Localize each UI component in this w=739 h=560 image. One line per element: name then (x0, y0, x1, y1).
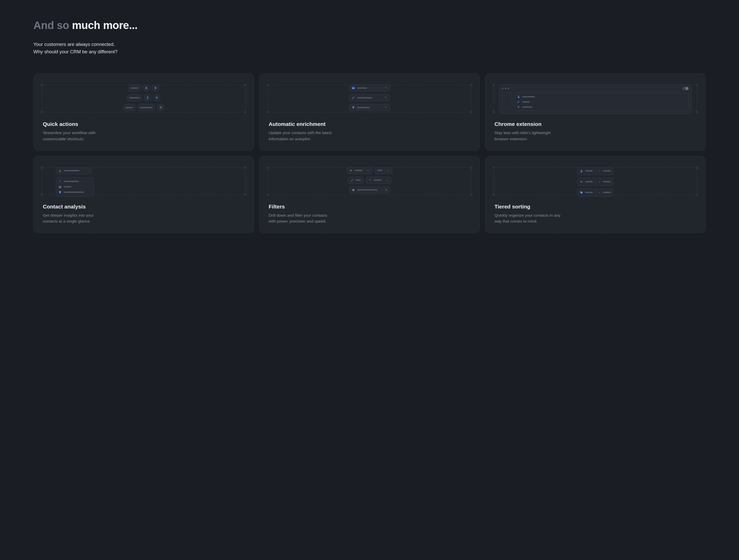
location-icon (352, 106, 355, 109)
card-automatic-enrichment: Automatic enrichment Update your contact… (259, 73, 480, 151)
browser-window (499, 84, 692, 114)
card-title: Filters (269, 204, 470, 210)
illustration-chrome-extension (493, 81, 697, 118)
card-desc: Streamline your workflow with customizab… (43, 130, 110, 142)
title-loud: much more... (72, 19, 138, 31)
sparkle-icon (384, 86, 387, 89)
keycap-a: A (143, 84, 150, 91)
card-desc: Update your contacts with the latest inf… (269, 130, 335, 142)
page-title: And so much more... (33, 19, 706, 31)
svg-point-0 (352, 189, 354, 191)
card-desc: Get deeper insights into your contacts a… (43, 212, 110, 224)
keycap-s: S (152, 84, 159, 91)
person-icon (580, 170, 583, 173)
chevron-down-icon (387, 169, 390, 172)
card-desc: Drill down and filter your contacts with… (269, 212, 335, 224)
feature-grid: A S Z X ⌘ Quick actions Streamline your … (33, 73, 706, 233)
extension-toggle (682, 87, 689, 90)
bolt-icon (517, 106, 520, 109)
chevron-down-icon (366, 169, 370, 172)
chevron-down-icon (386, 179, 389, 182)
page-subtitle: Your customers are always connected. Why… (33, 41, 706, 55)
illustration-automatic-enrichment (268, 81, 471, 118)
illustration-tiered-sorting (493, 163, 697, 200)
extension-popup (515, 93, 689, 111)
card-quick-actions: A S Z X ⌘ Quick actions Streamline your … (33, 73, 254, 151)
card-title: Automatic enrichment (269, 121, 470, 127)
bolt-icon (349, 169, 352, 172)
location-icon (58, 191, 61, 194)
card-chrome-extension: Chrome extension Stay lean with Attio's … (485, 73, 706, 151)
sort-asc-icon (598, 170, 601, 173)
illustration-contact-analysis (42, 163, 246, 200)
sparkle-icon (58, 180, 61, 183)
card-title: Quick actions (43, 121, 245, 127)
mail-icon (58, 185, 61, 188)
keycap-cmd: ⌘ (157, 104, 164, 111)
bolt-icon (580, 180, 583, 183)
card-filters: ✕ Filters Drill down and filter your con… (259, 156, 480, 233)
card-title: Chrome extension (494, 121, 696, 127)
check-circle-icon (352, 188, 355, 192)
keycap-x: X (153, 95, 160, 101)
browser-side-panel (502, 93, 512, 109)
card-desc: Stay lean with Attio's lightweight brows… (494, 130, 561, 142)
sort-asc-icon (598, 191, 601, 194)
swap-icon (350, 179, 353, 182)
pencil-icon (517, 100, 520, 103)
card-title: Tiered sorting (494, 204, 696, 210)
sparkle-icon (384, 106, 387, 109)
window-controls (502, 88, 509, 89)
illustration-quick-actions: A S Z X ⌘ (42, 81, 246, 118)
tag-icon (580, 191, 583, 194)
mail-icon (352, 86, 355, 89)
person-icon (58, 169, 61, 172)
card-tiered-sorting: Tiered sorting Quickly organize your con… (485, 156, 706, 233)
pencil-icon (352, 96, 355, 99)
close-icon: ✕ (385, 188, 387, 191)
person-icon (368, 179, 372, 182)
card-title: Contact analysis (43, 204, 245, 210)
illustration-filters: ✕ (268, 163, 471, 200)
title-muted: And so (33, 19, 72, 31)
card-contact-analysis: Contact analysis Get deeper insights int… (33, 156, 254, 233)
person-icon (517, 95, 520, 98)
card-desc: Quickly organize your contacts in any wa… (494, 212, 561, 224)
sort-desc-icon (598, 180, 601, 183)
keycap-z: Z (144, 95, 151, 101)
hero-heading: And so much more... Your customers are a… (33, 19, 706, 55)
sparkle-icon (384, 96, 387, 99)
